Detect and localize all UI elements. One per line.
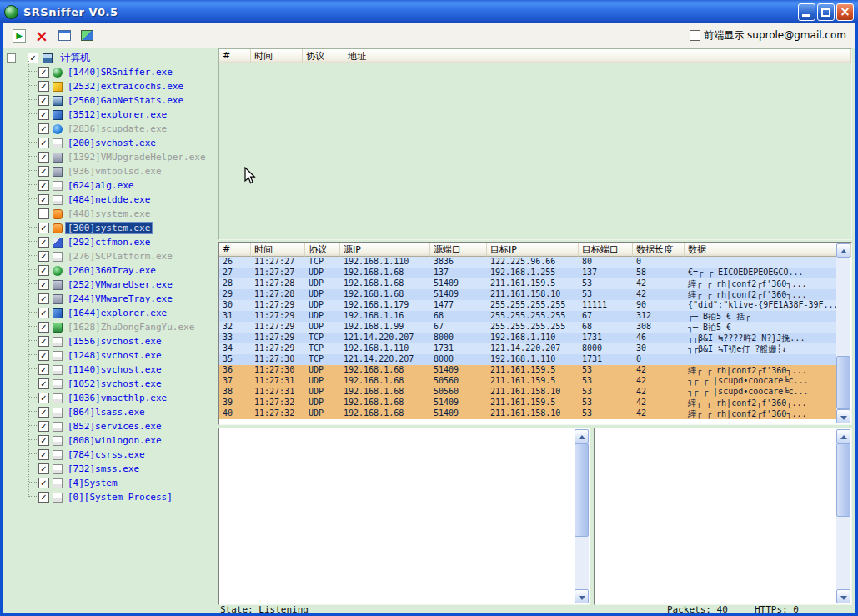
packet-row[interactable]: 4011:27:32UDP192.168.1.6851409211.161.15… xyxy=(219,408,837,419)
column-header[interactable]: 协议 xyxy=(303,49,344,63)
tree-item[interactable]: ✓[2560]GabNetStats.exe xyxy=(3,93,218,107)
tree-item[interactable]: ✓[624]alg.exe xyxy=(3,178,218,192)
checkbox[interactable]: ✓ xyxy=(38,67,49,78)
tree-item[interactable]: ✓[1248]svchost.exe xyxy=(3,348,218,362)
tree-item[interactable]: ✓[244]VMwareTray.exe xyxy=(3,291,218,305)
packet-table-scrollbar[interactable] xyxy=(836,243,850,423)
tree-item[interactable]: ✓[1052]svchost.exe xyxy=(3,376,218,390)
tree-item[interactable]: ✓[252]VMwareUser.exe xyxy=(3,277,218,291)
checkbox[interactable]: ✓ xyxy=(38,166,49,177)
tree-item[interactable]: ✓[276]SCPlatform.exe xyxy=(3,248,218,263)
tree-item[interactable]: ✓[1440]SRSniffer.exe xyxy=(3,64,218,78)
column-header[interactable]: 目标IP xyxy=(487,243,579,257)
tree-item[interactable]: [448]system.exe xyxy=(3,206,218,220)
scroll-thumb[interactable] xyxy=(575,443,589,537)
checkbox[interactable] xyxy=(38,208,49,219)
checkbox[interactable]: ✓ xyxy=(38,237,49,248)
scroll-up-arrow[interactable] xyxy=(575,429,589,443)
title-bar[interactable]: SRSniffer V0.5 × xyxy=(0,0,858,23)
packet-row[interactable]: 3611:27:30UDP192.168.1.6851409211.161.15… xyxy=(219,365,837,376)
column-header[interactable]: 时间 xyxy=(251,243,305,257)
tree-item[interactable]: ✓[484]netdde.exe xyxy=(3,192,218,206)
collapse-expander-icon[interactable] xyxy=(7,53,16,63)
column-header[interactable]: 目标端口 xyxy=(579,243,633,257)
scroll-down-arrow[interactable] xyxy=(836,589,850,603)
checkbox[interactable]: ✓ xyxy=(38,322,49,333)
scroll-thumb[interactable] xyxy=(836,356,850,409)
tree-item[interactable]: ✓[0][System Process] xyxy=(3,489,218,503)
tree-item[interactable]: ✓[808]winlogon.exe xyxy=(3,433,218,447)
column-header[interactable]: 源端口 xyxy=(430,243,487,257)
checkbox[interactable]: ✓ xyxy=(38,336,49,347)
tree-item[interactable]: ✓[4]System xyxy=(3,475,218,489)
packet-row[interactable]: 2911:27:28UDP192.168.1.6851409211.161.15… xyxy=(219,289,837,300)
scroll-thumb[interactable] xyxy=(836,443,850,517)
tree-item[interactable]: ✓[2836]scupdate.exe xyxy=(3,121,218,135)
column-header[interactable]: # xyxy=(219,49,251,63)
tree-item[interactable]: ✓[2532]extraicochs.exe xyxy=(3,78,218,93)
checkbox[interactable]: ✓ xyxy=(38,478,49,488)
tree-item[interactable]: ✓[260]360Tray.exe xyxy=(3,263,218,277)
column-header[interactable]: # xyxy=(219,243,251,257)
scroll-down-arrow[interactable] xyxy=(575,589,589,603)
tree-item[interactable]: ✓[1628]ZhuDongFangYu.exe xyxy=(3,319,218,333)
checkbox[interactable]: ✓ xyxy=(38,138,49,148)
checkbox[interactable]: ✓ xyxy=(38,407,49,418)
packet-row[interactable]: 3811:27:31UDP192.168.1.6850560211.161.15… xyxy=(219,387,837,398)
tree-item[interactable]: ✓[200]svchost.exe xyxy=(3,135,218,149)
tree-item[interactable]: ✓[1036]vmacthlp.exe xyxy=(3,390,218,404)
checkbox[interactable]: ✓ xyxy=(38,81,49,92)
tree-item[interactable]: ✓[1556]svchost.exe xyxy=(3,333,218,348)
tree-item[interactable]: ✓[292]ctfmon.exe xyxy=(3,234,218,248)
checkbox[interactable]: ✓ xyxy=(38,463,49,474)
stop-capture-button[interactable]: × xyxy=(33,27,51,45)
checkbox[interactable]: ✓ xyxy=(38,449,49,460)
front-display-checkbox[interactable] xyxy=(690,30,700,41)
tree-item[interactable]: ✓[864]lsass.exe xyxy=(3,404,218,418)
checkbox[interactable]: ✓ xyxy=(38,435,49,446)
packet-row[interactable]: 2811:27:28UDP192.168.1.6851409211.161.15… xyxy=(219,278,837,289)
checkbox[interactable]: ✓ xyxy=(38,180,49,191)
minimize-button[interactable] xyxy=(798,3,815,21)
packet-row[interactable]: 3011:27:29UDP192.168.1.1791477255.255.25… xyxy=(219,300,837,311)
detail-right-scrollbar[interactable] xyxy=(836,429,850,603)
checkbox[interactable]: ✓ xyxy=(38,279,49,290)
window-tool-button[interactable] xyxy=(55,27,73,45)
checkbox[interactable]: ✓ xyxy=(38,95,49,106)
checkbox[interactable]: ✓ xyxy=(38,223,49,233)
checkbox[interactable]: ✓ xyxy=(38,123,49,134)
checkbox[interactable]: ✓ xyxy=(38,364,49,375)
tree-item[interactable]: ✓[852]services.exe xyxy=(3,418,218,433)
tree-item[interactable]: ✓[1644]explorer.exe xyxy=(3,305,218,319)
maximize-button[interactable] xyxy=(817,3,835,21)
front-display-option[interactable]: 前端显示 suprole@gmail.com xyxy=(690,28,846,43)
tree-item[interactable]: ✓[1392]VMUpgradeHelper.exe xyxy=(3,149,218,163)
scroll-up-arrow[interactable] xyxy=(836,243,850,258)
packet-row[interactable]: 2711:27:27UDP192.168.1.68137192.168.1.25… xyxy=(219,268,837,278)
column-header[interactable]: 源IP xyxy=(340,243,430,257)
packet-row[interactable]: 2611:27:27TCP192.168.1.1103836122.225.96… xyxy=(219,257,837,268)
checkbox[interactable]: ✓ xyxy=(38,393,49,403)
packet-row[interactable]: 3111:27:29UDP192.168.1.1668255.255.255.2… xyxy=(219,311,837,322)
checkbox[interactable]: ✓ xyxy=(38,194,49,205)
close-button[interactable]: × xyxy=(836,3,854,21)
checkbox[interactable]: ✓ xyxy=(38,265,49,276)
column-header[interactable]: 时间 xyxy=(251,49,303,63)
column-header[interactable]: 数据长度 xyxy=(633,243,685,257)
checkbox[interactable]: ✓ xyxy=(38,492,49,503)
tree-item[interactable]: ✓[3512]explorer.exe xyxy=(3,107,218,121)
packet-row[interactable]: 3511:27:30TCP121.14.220.2078000192.168.1… xyxy=(219,354,837,365)
root-checkbox[interactable]: ✓ xyxy=(28,53,38,63)
tree-root[interactable]: ✓ 计算机 xyxy=(3,50,218,64)
checkbox[interactable]: ✓ xyxy=(38,152,49,163)
tree-item[interactable]: ✓[1140]svchost.exe xyxy=(3,362,218,376)
checkbox[interactable]: ✓ xyxy=(38,251,49,262)
packet-row[interactable]: 3911:27:32UDP192.168.1.6851409211.161.15… xyxy=(219,398,837,408)
tree-item[interactable]: ✓[936]vmtoolsd.exe xyxy=(3,163,218,178)
column-header[interactable]: 地址 xyxy=(344,49,851,63)
checkbox[interactable]: ✓ xyxy=(38,421,49,432)
checkbox[interactable]: ✓ xyxy=(38,293,49,304)
packet-row[interactable]: 3311:27:29TCP121.14.220.2078000192.168.1… xyxy=(219,333,837,343)
column-header[interactable]: 协议 xyxy=(305,243,340,257)
packet-row[interactable]: 3211:27:29UDP192.168.1.9967255.255.255.2… xyxy=(219,322,837,333)
